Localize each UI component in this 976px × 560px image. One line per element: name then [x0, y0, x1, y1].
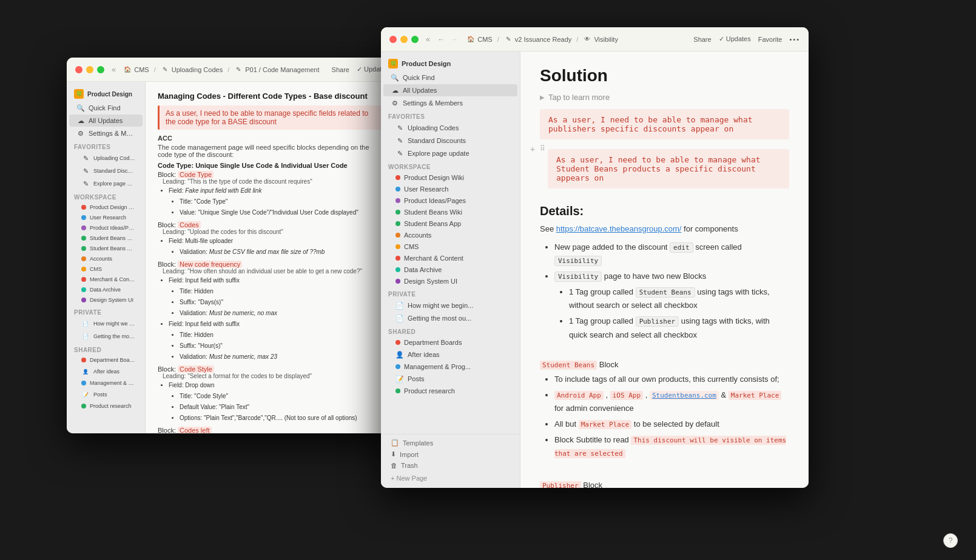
sidebar-front-fav-2[interactable]: ✎ Standard Discounts — [383, 135, 517, 147]
updates-button-front[interactable]: ✓ Updates — [719, 35, 751, 43]
sidebar-priv-2[interactable]: 📄 Getting the most ou... — [69, 330, 143, 342]
forward-arrow-front[interactable]: → — [451, 35, 458, 44]
trash-btn-front[interactable]: 🗑 Trash — [383, 460, 517, 471]
import-icon-front: ⬇ — [391, 450, 396, 458]
sidebar-ws-6[interactable]: Accounts — [69, 254, 143, 264]
sidebar-shared-4[interactable]: 📝 Posts — [69, 388, 143, 401]
close-button-back[interactable] — [75, 66, 82, 73]
sidebar-front-ws-7[interactable]: CMS — [383, 241, 517, 252]
sidebar-front-fav-1[interactable]: ✎ Uploading Codes — [383, 122, 517, 134]
sidebar-fav-1[interactable]: ✎ Uploading Codes — [69, 152, 143, 164]
sidebar-front-ws-4[interactable]: Student Beans Wiki — [383, 207, 517, 218]
visibility-tag-2: Visibility — [554, 272, 602, 282]
sidebar-front-priv-1[interactable]: 📄 How might we begin... — [383, 299, 517, 312]
share-button-back[interactable]: Share — [332, 66, 349, 73]
share-button-front[interactable]: Share — [693, 36, 711, 43]
back-arrow-front[interactable]: ← — [437, 35, 445, 44]
sidebar-fav-2[interactable]: ✎ Standard Discounts — [69, 165, 143, 177]
block-new-code-freq: Block: New code frequency Leading: "How … — [158, 261, 385, 362]
sidebar-ws-7[interactable]: CMS — [69, 264, 143, 274]
tap-learn-more[interactable]: ▶ Tap to learn more — [540, 93, 789, 102]
search-icon-front: 🔍 — [391, 73, 399, 82]
breadcrumb-item-3[interactable]: ✎ P01 / Code Management — [234, 65, 319, 74]
breadcrumb-front-3[interactable]: 👁 Visibility — [583, 35, 618, 44]
dot-icon-1 — [81, 205, 86, 210]
uploading-icon: ✎ — [161, 65, 169, 74]
publisher-tag: Publisher — [636, 316, 679, 327]
window-body-back: 🍀 Product Design 🔍 Quick Find ☁ All Upda… — [67, 82, 397, 433]
templates-btn-front[interactable]: 📋 Templates — [383, 437, 517, 448]
breadcrumb-front: 🏠 CMS / ✎ v2 Issuance Ready / 👁 Visibili… — [466, 35, 618, 44]
sidebar-front-shared-1[interactable]: Department Boards — [383, 337, 517, 348]
window-body-front: 🍀 Product Design 🔍 Quick Find ☁ All Upda… — [381, 52, 809, 488]
sidebar-front-shared-3[interactable]: Management & Prog... — [383, 361, 517, 372]
maximize-button-front[interactable] — [411, 36, 419, 43]
updates-icon-front: ☁ — [391, 86, 399, 95]
sidebar-front-fav-3[interactable]: ✎ Explore page update — [383, 147, 517, 159]
breadcrumb-front-2[interactable]: ✎ v2 Issuance Ready — [504, 35, 572, 44]
sidebar-front-shared-2[interactable]: 👤 After ideas — [383, 348, 517, 361]
sidebar-shared-1[interactable]: Department Boards — [69, 355, 143, 365]
sidebar-front-shared-4[interactable]: 📝 Posts — [383, 373, 517, 385]
add-icon[interactable]: + — [530, 144, 535, 154]
block-codes-left: Block: Codes left — [158, 427, 385, 433]
sidebar-bottom-front: 📋 Templates ⬇ Import 🗑 Trash + New Page — [381, 434, 520, 488]
user-story-1: As a user, I need to be able to manage w… — [540, 109, 789, 139]
quick-find-front[interactable]: 🔍 Quick Find — [383, 72, 517, 84]
block-code-type: Block: Code Type Leading: "This is the t… — [158, 171, 385, 218]
sidebar-front-ws-6[interactable]: Accounts — [383, 230, 517, 241]
sidebar-front-ws-8[interactable]: Merchant & Content — [383, 253, 517, 264]
sidebar-shared-5[interactable]: Product research — [69, 401, 143, 411]
breadcrumb-item-1[interactable]: 🏠 CMS — [123, 65, 149, 74]
maximize-button-back[interactable] — [97, 66, 104, 73]
dot-icon-5 — [81, 246, 86, 251]
sidebar-ws-5[interactable]: Student Beans App — [69, 244, 143, 253]
quick-find-back[interactable]: 🔍 Quick Find — [69, 102, 143, 114]
workspace-header-front[interactable]: 🍀 Product Design — [381, 56, 520, 71]
breadcrumb-front-1[interactable]: 🏠 CMS — [466, 35, 492, 44]
traffic-lights-front[interactable] — [389, 36, 419, 43]
import-btn-front[interactable]: ⬇ Import — [383, 448, 517, 460]
all-updates-front[interactable]: ☁ All Updates — [383, 84, 517, 96]
lock-icon-2: 📄 — [81, 332, 90, 341]
front-dot-2 — [395, 187, 400, 192]
collapse-icon-front[interactable]: « — [426, 35, 430, 44]
sidebar-front-ws-5[interactable]: Student Beans App — [383, 218, 517, 229]
titlebar-front: « ← → 🏠 CMS / ✎ v2 Issuance Ready / 👁 Vi… — [381, 27, 809, 52]
chevron-right-icon: ▶ — [540, 94, 545, 101]
sidebar-front-ws-1[interactable]: Product Design Wiki — [383, 172, 517, 183]
sidebar-ws-4[interactable]: Student Beans Wiki — [69, 233, 143, 243]
sidebar-fav-3[interactable]: ✎ Explore page update — [69, 178, 143, 190]
new-page-btn-front[interactable]: + New Page — [383, 471, 517, 485]
sidebar-front-ws-2[interactable]: User Research — [383, 184, 517, 195]
more-button-front[interactable]: ••• — [789, 36, 800, 43]
sidebar-shared-3[interactable]: Management & Prog... — [69, 378, 143, 388]
sidebar-ws-9[interactable]: Data Archive — [69, 285, 143, 295]
sidebar-front-priv-2[interactable]: 📄 Getting the most ou... — [383, 312, 517, 324]
breadcrumb-item-2[interactable]: ✎ Uploading Codes — [161, 65, 223, 74]
settings-back[interactable]: ⚙ Settings & Members — [69, 127, 143, 139]
sidebar-shared-2[interactable]: 👤 After ideas — [69, 365, 143, 378]
visibility-tag: Visibility — [554, 256, 602, 266]
workspace-header-back[interactable]: 🍀 Product Design — [67, 87, 145, 101]
sidebar-front-ws-3[interactable]: Product Ideas/Pages — [383, 195, 517, 206]
all-updates-back[interactable]: ☁ All Updates — [69, 115, 143, 127]
sidebar-priv-1[interactable]: 📄 How might we begin... — [69, 318, 143, 330]
sidebar-ws-2[interactable]: User Research — [69, 213, 143, 222]
batcave-link[interactable]: https://batcave.thebeansgroup.com/ — [556, 224, 682, 233]
settings-icon-front: ⚙ — [391, 99, 399, 107]
sidebar-ws-10[interactable]: Design System UI — [69, 295, 143, 305]
traffic-lights-back[interactable] — [75, 66, 104, 73]
sidebar-ws-3[interactable]: Product Ideas/Pages — [69, 223, 143, 233]
minimize-button-back[interactable] — [86, 66, 93, 73]
close-button-front[interactable] — [389, 36, 397, 43]
collapse-icon-back[interactable]: « — [112, 65, 116, 74]
sidebar-front-ws-9[interactable]: Data Archive — [383, 264, 517, 275]
sidebar-front-shared-5[interactable]: Product research — [383, 385, 517, 396]
sidebar-ws-1[interactable]: Product Design Wiki — [69, 202, 143, 212]
sidebar-front-ws-10[interactable]: Design System UI — [383, 276, 517, 287]
settings-front[interactable]: ⚙ Settings & Members — [383, 97, 517, 109]
sidebar-ws-8[interactable]: Merchant & Content — [69, 275, 143, 284]
favorite-button-front[interactable]: Favorite — [758, 36, 782, 43]
minimize-button-front[interactable] — [400, 36, 408, 43]
